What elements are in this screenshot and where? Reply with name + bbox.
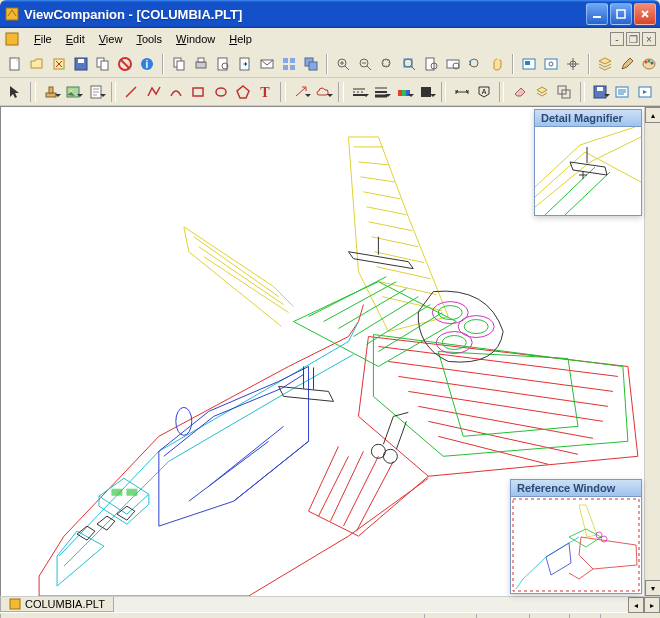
pan-button[interactable] — [488, 53, 506, 75]
status-x: 15.58 — [424, 614, 477, 619]
arrow-tool[interactable] — [292, 81, 310, 103]
zoom-width-button[interactable] — [444, 53, 462, 75]
lineweight-tool[interactable] — [372, 81, 390, 103]
svg-point-80 — [601, 536, 607, 542]
stamp-tool[interactable] — [42, 81, 60, 103]
color-tool[interactable] — [394, 81, 412, 103]
polygon-tool[interactable] — [234, 81, 252, 103]
markup-next-button[interactable] — [635, 81, 653, 103]
svg-point-72 — [442, 336, 466, 350]
eraser-tool[interactable] — [510, 81, 528, 103]
menu-view[interactable]: View — [93, 31, 129, 47]
close-doc-button[interactable] — [50, 53, 68, 75]
info-button[interactable]: i — [138, 53, 156, 75]
scrollbar-vertical[interactable]: ▴ ▾ — [644, 107, 660, 596]
zoom-extents-button[interactable] — [400, 53, 418, 75]
svg-rect-39 — [525, 61, 530, 65]
menu-edit[interactable]: Edit — [60, 31, 91, 47]
svg-rect-1 — [593, 16, 601, 18]
scroll-left[interactable]: ◂ — [628, 597, 644, 613]
text-tool[interactable]: T — [256, 81, 274, 103]
scroll-right[interactable]: ▸ — [644, 597, 660, 613]
svg-point-45 — [648, 59, 651, 62]
doc-close[interactable]: × — [642, 32, 656, 46]
menu-help[interactable]: Help — [223, 31, 258, 47]
copy-button[interactable] — [170, 53, 188, 75]
print-button[interactable] — [192, 53, 210, 75]
save-button[interactable] — [72, 53, 90, 75]
menu-window[interactable]: Window — [170, 31, 221, 47]
area-tool[interactable]: A — [475, 81, 493, 103]
svg-rect-21 — [283, 58, 288, 63]
cancel-button[interactable] — [116, 53, 134, 75]
dimension-tool[interactable] — [452, 81, 470, 103]
scrollbar-track[interactable] — [114, 597, 628, 612]
note-tool[interactable] — [86, 81, 104, 103]
zoom-window-button[interactable] — [378, 53, 396, 75]
svg-point-46 — [651, 61, 654, 64]
polyline-tool[interactable] — [144, 81, 162, 103]
svg-rect-56 — [398, 90, 402, 96]
menu-file[interactable]: File — [28, 31, 58, 47]
save-markup-button[interactable] — [591, 81, 609, 103]
maximize-button[interactable] — [610, 3, 632, 25]
ref-window-button[interactable] — [520, 53, 538, 75]
close-button[interactable] — [634, 3, 656, 25]
menu-bar: File Edit View Tools Window Help - ❐ × — [0, 28, 660, 50]
print-preview-button[interactable] — [214, 53, 232, 75]
export-button[interactable] — [236, 53, 254, 75]
palette-button[interactable] — [640, 53, 658, 75]
svg-rect-48 — [46, 93, 56, 97]
zoom-in-button[interactable] — [334, 53, 352, 75]
cascade-button[interactable] — [302, 53, 320, 75]
layers-button[interactable] — [596, 53, 614, 75]
picture-tool[interactable] — [64, 81, 82, 103]
drawing-canvas[interactable]: ▴ ▾ — [0, 106, 660, 596]
detail-magnifier-panel[interactable]: Detail Magnifier — [534, 109, 642, 216]
grid-button[interactable] — [280, 53, 298, 75]
status-bar: Press F1 for Help 15.58 11.66 1:1 0 — [0, 612, 660, 618]
linestyle-tool[interactable] — [350, 81, 368, 103]
svg-point-31 — [404, 59, 412, 67]
new-button[interactable] — [6, 53, 24, 75]
layers-toggle-button[interactable] — [533, 81, 551, 103]
svg-point-71 — [464, 320, 488, 334]
group-button[interactable] — [555, 81, 573, 103]
doc-restore[interactable]: ❐ — [626, 32, 640, 46]
svg-rect-81 — [10, 599, 20, 609]
svg-rect-16 — [198, 58, 204, 62]
arc-tool[interactable] — [167, 81, 185, 103]
doc-minimize[interactable]: - — [610, 32, 624, 46]
rectangle-tool[interactable] — [189, 81, 207, 103]
ellipse-tool[interactable] — [211, 81, 229, 103]
send-button[interactable] — [258, 53, 276, 75]
toolbar-draw: T A — [0, 78, 660, 106]
window-titlebar: ViewCompanion - [COLUMBIA.PLT] — [0, 0, 660, 28]
crosshair-button[interactable] — [564, 53, 582, 75]
magnifier-button[interactable] — [542, 53, 560, 75]
svg-rect-22 — [290, 58, 295, 63]
zoom-out-button[interactable] — [356, 53, 374, 75]
pointer-tool[interactable] — [6, 81, 24, 103]
status-help: Press F1 for Help — [0, 614, 424, 619]
markup-list-button[interactable] — [613, 81, 631, 103]
svg-text:i: i — [146, 59, 149, 70]
svg-rect-9 — [101, 61, 108, 70]
zoom-page-button[interactable] — [422, 53, 440, 75]
svg-rect-49 — [49, 87, 53, 93]
cloud-tool[interactable] — [314, 81, 332, 103]
minimize-button[interactable] — [586, 3, 608, 25]
tab-icon — [9, 598, 21, 610]
svg-rect-40 — [545, 59, 557, 69]
pen-button[interactable] — [618, 53, 636, 75]
line-tool[interactable] — [122, 81, 140, 103]
open-button[interactable] — [28, 53, 46, 75]
merge-button[interactable] — [94, 53, 112, 75]
fillcolor-tool[interactable] — [417, 81, 435, 103]
zoom-previous-button[interactable] — [466, 53, 484, 75]
toolbar-main: i — [0, 50, 660, 78]
menu-tools[interactable]: Tools — [130, 31, 168, 47]
svg-point-77 — [383, 449, 397, 463]
reference-window-panel[interactable]: Reference Window — [510, 479, 642, 594]
document-tab[interactable]: COLUMBIA.PLT — [0, 597, 114, 612]
